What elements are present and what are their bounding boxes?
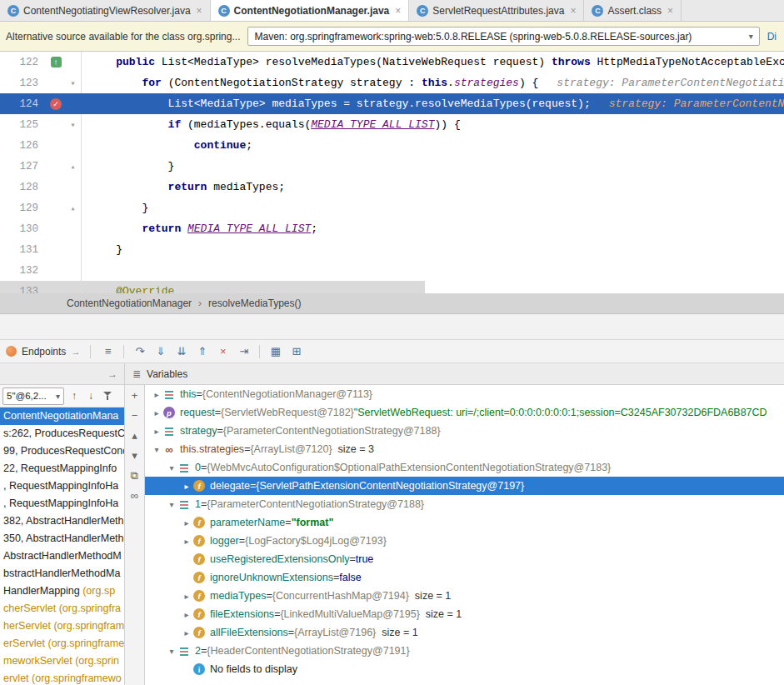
code-line-132[interactable]: 132 xyxy=(0,260,784,281)
code-line-127[interactable]: 127▴} xyxy=(0,156,784,177)
stack-frame-item[interactable]: 99, ProducesRequestCond xyxy=(0,442,124,460)
line-number[interactable]: 129 xyxy=(0,202,47,214)
stack-frame-item[interactable]: , RequestMappingInfoHa xyxy=(0,478,124,495)
code-line-126[interactable]: 126continue; xyxy=(0,135,784,156)
layout-settings-icon[interactable]: ⊞ xyxy=(287,343,306,360)
tree-arrow[interactable]: ▸ xyxy=(180,482,193,491)
stack-frame-item[interactable]: HandlerMapping (org.sp xyxy=(0,582,124,600)
line-number[interactable]: 127 xyxy=(0,161,47,172)
code-line-122[interactable]: 122↑public List<MediaType> resolveMediaT… xyxy=(0,52,784,72)
code-line-123[interactable]: 123▾for (ContentNegotiationStrategy stra… xyxy=(0,72,784,93)
hide-panel-icon[interactable]: → xyxy=(107,368,117,380)
stack-frame-item[interactable]: , RequestMappingInfoHa xyxy=(0,495,124,512)
variable-row-fileExtensions[interactable]: ▸ffileExtensions = {LinkedMultiValueMap@… xyxy=(145,605,784,623)
close-icon[interactable]: × xyxy=(197,5,202,17)
prev-frame-icon[interactable]: ↑ xyxy=(67,389,81,402)
line-number[interactable]: 132 xyxy=(0,265,47,277)
focus-arrow-icon[interactable]: → xyxy=(71,347,80,357)
duplicate-watch-icon[interactable]: ⧉ xyxy=(131,469,138,482)
step-over-icon[interactable]: ↷ xyxy=(130,343,149,360)
variable-row-delegate[interactable]: ▸fdelegate = {ServletPathExtensionConten… xyxy=(145,477,784,495)
tree-arrow[interactable]: ▾ xyxy=(165,647,178,656)
tree-arrow[interactable]: ▸ xyxy=(180,610,193,619)
stack-frame-item[interactable]: 382, AbstractHandlerMeth xyxy=(0,512,124,530)
editor-tab[interactable]: CContentNegotiationManager.java× xyxy=(211,0,410,21)
run-to-cursor-icon[interactable]: ⇥ xyxy=(234,343,253,360)
move-watch-up-icon[interactable]: ▴ xyxy=(132,429,137,442)
stack-frame-item[interactable]: 350, AbstractHandlerMetho xyxy=(0,530,124,548)
editor-tab[interactable]: CContentNegotiatingViewResolver.java× xyxy=(0,0,211,21)
code-line-130[interactable]: 130return MEDIA_TYPE_ALL_LIST; xyxy=(0,218,784,239)
tree-arrow[interactable]: ▾ xyxy=(150,445,163,454)
stack-frame-item[interactable]: AbstractHandlerMethodM xyxy=(0,548,124,565)
breadcrumb-item[interactable]: resolveMediaTypes() xyxy=(208,298,301,309)
close-icon[interactable]: × xyxy=(570,5,576,17)
drop-frame-icon[interactable]: × xyxy=(213,343,232,360)
remove-watch-icon[interactable]: − xyxy=(132,409,138,422)
line-number[interactable]: 133 xyxy=(0,286,47,294)
variable-row-this[interactable]: ▸this = {ContentNegotiationManager@7113} xyxy=(145,385,784,403)
tree-arrow[interactable]: ▾ xyxy=(165,463,178,472)
variable-row-mediaTypes[interactable]: ▸fmediaTypes = {ConcurrentHashMap@7194} … xyxy=(145,587,784,605)
disable-link[interactable]: Di xyxy=(767,31,777,42)
code-line-128[interactable]: 128return mediaTypes; xyxy=(0,177,784,198)
stack-frame-item[interactable]: meworkServlet (org.sprin xyxy=(0,652,124,670)
tree-arrow[interactable]: ▸ xyxy=(150,390,163,399)
tree-arrow[interactable]: ▸ xyxy=(180,537,193,546)
stack-frame-item[interactable]: ervlet (org.springframewo xyxy=(0,670,124,685)
stack-frame-item[interactable]: erServlet (org.springframe xyxy=(0,635,124,652)
editor-tab[interactable]: CServletRequestAttributes.java× xyxy=(409,0,584,21)
stack-frame-item[interactable]: s:262, ProducesRequestCo xyxy=(0,425,124,442)
line-number[interactable]: 130 xyxy=(0,223,47,235)
variable-row-useRegisteredExtensionsOnly[interactable]: fuseRegisteredExtensionsOnly = true xyxy=(145,550,784,568)
code-line-125[interactable]: 125▾if (mediaTypes.equals(MEDIA_TYPE_ALL… xyxy=(0,114,784,135)
tree-arrow[interactable]: ▸ xyxy=(180,518,193,528)
close-icon[interactable]: × xyxy=(395,5,401,17)
fold-marker[interactable]: ▴ xyxy=(65,198,82,218)
endpoints-tab[interactable]: Endpoints xyxy=(22,346,66,358)
tree-arrow[interactable]: ▾ xyxy=(165,500,178,509)
breakpoint-icon[interactable]: ✓ xyxy=(50,98,62,110)
line-number[interactable]: 128 xyxy=(0,182,47,193)
variable-row-allFileExtensions[interactable]: ▸fallFileExtensions = {ArrayList@7196} s… xyxy=(145,623,784,642)
code-line-129[interactable]: 129▴} xyxy=(0,198,784,218)
variable-row-parameterName[interactable]: ▸fparameterName = "format" xyxy=(145,513,784,532)
view-grid-icon[interactable]: ▦ xyxy=(266,343,285,360)
fold-marker[interactable]: ▾ xyxy=(65,114,82,135)
code-line-133[interactable]: 133@Override xyxy=(0,281,784,293)
gutter-icon-slot[interactable]: ✓ xyxy=(47,98,65,110)
stack-frame-item[interactable]: 22, RequestMappingInfo xyxy=(0,460,124,478)
force-step-into-icon[interactable]: ⇊ xyxy=(172,343,191,360)
step-out-icon[interactable]: ⇑ xyxy=(192,343,212,360)
variable-row-ignoreUnknownExtensions[interactable]: fignoreUnknownExtensions = false xyxy=(145,568,784,587)
line-number[interactable]: 131 xyxy=(0,244,47,256)
implements-icon[interactable]: ↑ xyxy=(51,57,62,68)
line-number[interactable]: 124 xyxy=(0,98,47,110)
hamburger-icon[interactable]: ≣ xyxy=(132,368,141,380)
filter-frames-icon[interactable] xyxy=(101,389,114,402)
variable-row-info[interactable]: iNo fields to display xyxy=(145,660,784,678)
add-watch-icon[interactable]: + xyxy=(132,389,138,402)
tree-arrow[interactable]: ▸ xyxy=(150,408,163,418)
variable-row-strategy[interactable]: ▸strategy = {ParameterContentNegotiation… xyxy=(145,422,784,440)
next-frame-icon[interactable]: ↓ xyxy=(84,389,97,402)
stack-frame-item[interactable]: herServlet (org.springfram xyxy=(0,618,124,635)
breadcrumb-item[interactable]: ContentNegotiationManager xyxy=(67,298,192,309)
code-editor[interactable]: 122↑public List<MediaType> resolveMediaT… xyxy=(0,52,784,293)
tree-arrow[interactable]: ▸ xyxy=(180,592,193,601)
thread-selector[interactable]: 5"@6,2... ▾ xyxy=(2,388,64,405)
variable-row-request[interactable]: ▸prequest = {ServletWebRequest@7182} "Se… xyxy=(145,403,784,422)
variable-row-1[interactable]: ▾1 = {ParameterContentNegotiationStrateg… xyxy=(145,495,784,513)
move-watch-down-icon[interactable]: ▾ xyxy=(132,449,137,462)
close-icon[interactable]: × xyxy=(667,5,673,17)
variable-row-logger[interactable]: ▸flogger = {LogFactory$Log4jLog@7193} xyxy=(145,532,784,550)
stack-frame-item[interactable]: ContentNegotiationMana xyxy=(0,408,124,425)
variable-row-2[interactable]: ▾2 = {HeaderContentNegotiationStrategy@7… xyxy=(145,642,784,660)
code-line-131[interactable]: 131} xyxy=(0,239,784,260)
variable-row-0[interactable]: ▾0 = {WebMvcAutoConfiguration$OptionalPa… xyxy=(145,458,784,477)
line-number[interactable]: 125 xyxy=(0,119,47,131)
tree-arrow[interactable]: ▸ xyxy=(180,628,193,638)
line-number[interactable]: 122 xyxy=(0,57,47,68)
stack-frame-item[interactable]: bstractHandlerMethodMa xyxy=(0,565,124,582)
show-watches-icon[interactable]: ∞ xyxy=(131,489,138,502)
